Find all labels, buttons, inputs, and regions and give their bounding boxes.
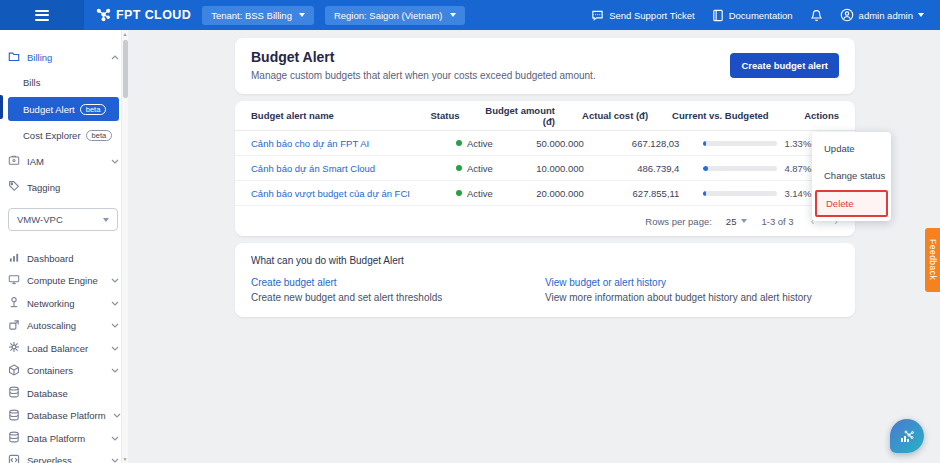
hamburger-menu-icon[interactable] [35,7,49,23]
progress-bar-fill [703,191,706,196]
sidebar-item-database[interactable]: Database [8,382,119,405]
document-icon [712,9,724,22]
user-avatar-icon [840,8,854,22]
region-label: Region: Saigon (Vietnam) [334,10,443,21]
chevron-down-icon [111,346,119,351]
sidebar-item-containers[interactable]: Containers [8,360,119,383]
networking-icon [8,296,20,310]
table-header-row: Budget alert name Status Budget amount (… [235,101,855,131]
page-subtitle: Manage custom budgets that alert when yo… [251,70,596,81]
vpc-selected-value: VMW-VPC [17,214,63,225]
sidebar-item-label: Data Platform [27,433,85,444]
chevron-down-icon [103,218,109,222]
chevron-down-icon [111,436,119,441]
sidebar-item-networking[interactable]: Networking [8,292,119,315]
rows-per-page-select[interactable]: 25 [726,216,748,227]
scroll-down-arrow[interactable]: ▼ [122,455,128,463]
vpc-selector[interactable]: VMW-VPC [8,208,118,231]
context-menu-item-update[interactable]: Update [812,135,891,162]
progress-bar-fill [703,141,706,146]
page-title: Budget Alert [251,49,596,65]
info-column: View budget or alert historyView more in… [545,277,839,303]
sidebar-item-billing[interactable]: Billing [8,44,119,70]
documentation-label: Documentation [729,10,793,21]
info-link[interactable]: Create budget alert [251,277,545,288]
status-badge: Active [467,163,493,174]
database-icon [8,409,20,423]
send-support-ticket-button[interactable]: Send Support Ticket [591,9,695,22]
chevron-down-icon [741,219,747,223]
status-cell: Active [456,163,510,174]
sidebar-item-iam[interactable]: IAM [8,148,119,174]
top-bar: FPT CLOUD Tenant: BSS Billing Region: Sa… [0,0,940,30]
sidebar-item-budget-alert[interactable]: Budget Alertbeta [8,97,119,121]
budget-alert-name-link[interactable]: Cảnh báo cho dự án FPT AI [251,138,456,149]
info-heading: What can you do with Budget Alert [251,255,839,266]
sidebar-item-label: Dashboard [27,253,73,264]
chevron-down-icon [111,323,119,328]
sidebar-item-data-platform[interactable]: Data Platform [8,427,119,450]
containers-icon [8,364,20,378]
progress-bar [703,141,777,146]
sidebar-item-compute-engine[interactable]: Compute Engine [8,270,119,293]
status-dot [456,165,462,171]
sidebar-item-database-platform[interactable]: Database Platform [8,405,119,428]
tenant-selector[interactable]: Tenant: BSS Billing [202,6,314,25]
scrollbar-thumb[interactable] [123,40,128,98]
scroll-up-arrow[interactable]: ▲ [122,30,128,38]
dashboard-icon [8,252,20,265]
row-actions-context-menu: UpdateChange statusDelete [812,132,891,221]
page-header-card: Budget Alert Manage custom budgets that … [235,38,855,94]
sidebar-item-tagging[interactable]: Tagging [8,174,119,200]
sidebar-item-cost-explorer[interactable]: Cost Explorerbeta [8,123,119,148]
region-selector[interactable]: Region: Saigon (Vietnam) [325,6,465,25]
chevron-down-icon [111,368,119,373]
sidebar-item-label: Networking [27,298,75,309]
budget-alert-name-link[interactable]: Cảnh báo vượt budget của dự án FCI [251,188,456,199]
rows-per-page-value: 25 [726,216,737,227]
actual-cost-cell: 486.739,4 [584,163,680,174]
user-menu[interactable]: admin admin [840,8,924,22]
column-header-name: Budget alert name [251,110,430,121]
budget-alert-name-link[interactable]: Cảnh báo dự án Smart Cloud [251,163,456,174]
actual-cost-cell: 627.855,11 [584,188,680,199]
database-icon [8,386,20,400]
context-menu-item-change-status[interactable]: Change status [812,162,891,189]
feedback-tab[interactable]: Feedback [925,228,940,292]
info-link[interactable]: View budget or alert history [545,277,839,288]
sidebar-item-label: Containers [27,365,73,376]
table-pagination: Rows per page: 25 1-3 of 3 ‹ › [235,206,855,236]
fpt-cloud-logo[interactable]: FPT CLOUD [96,7,191,24]
rows-per-page-label: Rows per page: [645,216,712,227]
info-link-description: Create new budget and set alert threshol… [251,292,545,303]
main-content: Budget Alert Manage custom budgets that … [128,30,940,463]
context-menu-item-delete[interactable]: Delete [815,190,888,217]
sidebar-item-load-balancer[interactable]: Load Balancer [8,337,119,360]
sidebar-nav: DashboardCompute EngineNetworkingAutosca… [8,247,119,463]
status-dot [456,140,462,146]
chevron-up-icon [111,55,119,60]
sidebar-item-label: Load Balancer [27,343,88,354]
menu-toggle-area[interactable] [0,0,84,30]
percent-label: 4.87% [784,163,811,174]
support-chat-icon [591,9,604,22]
fpt-ai-icon [898,427,916,445]
create-budget-alert-button[interactable]: Create budget alert [730,53,839,78]
ai-chat-bubble-button[interactable] [890,419,924,453]
feedback-label: Feedback [928,239,938,280]
table-row: Cảnh báo cho dự án FPT AIActive50.000.00… [235,131,855,156]
bell-icon [810,9,823,22]
beta-badge: beta [86,130,113,141]
sidebar-item-dashboard[interactable]: Dashboard [8,247,119,270]
sidebar-item-label: Database Platform [27,410,106,421]
fpt-logo-icon [96,7,111,24]
sidebar-item-serverless[interactable]: Serverless [8,450,119,463]
sidebar-scrollbar[interactable]: ▲ ▼ [121,30,128,463]
sidebar-item-autoscaling[interactable]: Autoscaling [8,315,119,338]
load-balancer-icon [8,341,20,355]
notifications-button[interactable] [810,9,823,22]
sidebar-item-bills[interactable]: Bills [8,70,119,95]
documentation-link[interactable]: Documentation [712,9,793,22]
progress-bar [703,191,777,196]
send-support-ticket-label: Send Support Ticket [609,10,695,21]
